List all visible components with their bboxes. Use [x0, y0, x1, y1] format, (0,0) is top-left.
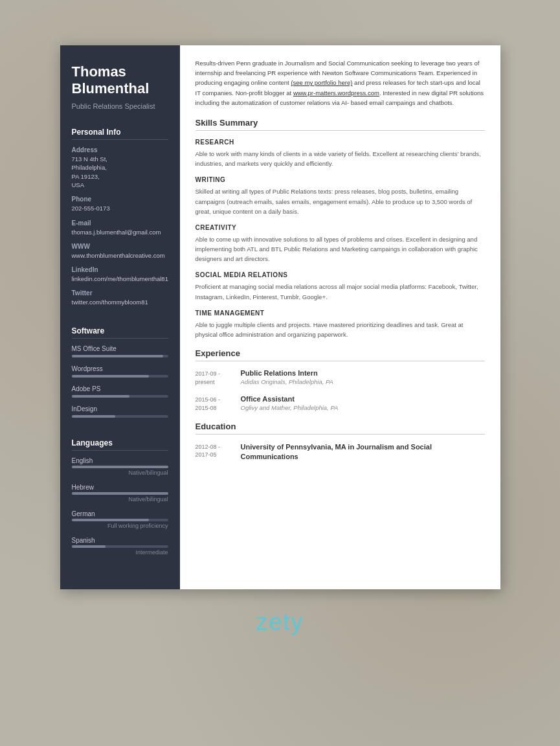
blog-link[interactable]: www.pr-matters.wordpress.com — [293, 89, 379, 96]
linkedin-value: linkedin.com/me/thomblumenthal81 — [72, 275, 168, 283]
language-bar-bg — [72, 492, 168, 495]
twitter-item: Twitter twitter.com/thommybloom81 — [72, 289, 168, 306]
skill-subsection: RESEARCH Able to work with many kinds of… — [196, 139, 485, 168]
languages-section: Languages English Native/bilingual Hebre… — [60, 432, 180, 570]
experience-item: 2017-09 -present Public Relations Intern… — [196, 369, 485, 386]
skill-subsection: TIME MANAGEMENT Able to juggle multiple … — [196, 310, 485, 339]
personal-info-label: Personal Info — [72, 128, 168, 140]
candidate-title: Public Relations Specialist — [72, 102, 168, 111]
experience-container: 2017-09 -present Public Relations Intern… — [196, 369, 485, 412]
language-name: Hebrew — [72, 484, 168, 491]
software-name: Adobe PS — [72, 385, 168, 392]
software-bar-fill — [72, 415, 115, 418]
software-bar-fill — [72, 395, 129, 398]
sidebar: Thomas Blumenthal Public Relations Speci… — [60, 45, 180, 589]
education-item: 2012-08 -2017-05 University of Pennsylva… — [196, 442, 485, 462]
skill-desc: Able to juggle multiple clients and proj… — [196, 320, 485, 339]
zety-logo: zety — [256, 609, 304, 636]
skill-desc: Able to come up with innovative solution… — [196, 234, 485, 264]
software-bar-fill — [72, 355, 164, 357]
software-bar-bg — [72, 355, 168, 357]
exp-date: 2017-09 -present — [196, 369, 241, 386]
phone-label: Phone — [72, 196, 168, 203]
language-bar-fill — [72, 545, 106, 548]
skill-header: RESEARCH — [196, 139, 485, 146]
www-label: WWW — [72, 243, 168, 250]
linkedin-label: LinkedIn — [72, 266, 168, 273]
language-bar-fill — [72, 519, 149, 521]
sidebar-header: Thomas Blumenthal Public Relations Speci… — [60, 45, 180, 121]
skill-desc: Skilled at writing all types of Public R… — [196, 186, 485, 216]
software-section: Software MS Office Suite Wordpress Adobe… — [60, 320, 180, 432]
exp-title: Public Relations Intern — [241, 369, 485, 377]
software-label: Software — [72, 326, 168, 339]
www-value: www.thomblumenthalcreative.com — [72, 251, 168, 260]
software-name: InDesign — [72, 405, 168, 413]
phone-value: 202-555-0173 — [72, 204, 168, 212]
skill-subsection: CREATIVITY Able to come up with innovati… — [196, 224, 485, 264]
edu-date: 2012-08 -2017-05 — [196, 442, 241, 462]
exp-details: Public Relations Intern Adidas Originals… — [241, 369, 485, 386]
language-bar-fill — [72, 492, 168, 495]
edu-degree: University of Pennsylvania, MA in Journa… — [241, 442, 485, 462]
phone-item: Phone 202-555-0173 — [72, 196, 168, 212]
email-value: thomas.j.blumenthal@gmail.com — [72, 228, 168, 236]
software-item: InDesign — [72, 405, 168, 418]
skills-container: RESEARCH Able to work with many kinds of… — [196, 139, 485, 339]
language-name: Spanish — [72, 537, 168, 544]
software-name: Wordpress — [72, 365, 168, 372]
language-items: English Native/bilingual Hebrew Native/b… — [72, 457, 168, 556]
language-item: English Native/bilingual — [72, 457, 168, 476]
exp-company: Oglivy and Mather, Philadelphia, PA — [241, 404, 485, 411]
experience-title: Experience — [196, 348, 485, 361]
main-content: Results-driven Penn graduate in Journali… — [180, 45, 500, 589]
language-level: Native/bilingual — [72, 496, 168, 503]
software-item: Adobe PS — [72, 385, 168, 398]
software-items: MS Office Suite Wordpress Adobe PS InDes… — [72, 345, 168, 418]
language-bar-bg — [72, 466, 168, 468]
skill-header: CREATIVITY — [196, 224, 485, 231]
portfolio-link[interactable]: (see my portfolio here) — [291, 79, 352, 86]
twitter-label: Twitter — [72, 289, 168, 297]
exp-details: Office Assistant Oglivy and Mather, Phil… — [241, 395, 485, 412]
education-title: Education — [196, 422, 485, 435]
edu-details: University of Pennsylvania, MA in Journa… — [241, 442, 485, 462]
software-name: MS Office Suite — [72, 345, 168, 352]
exp-title: Office Assistant — [241, 395, 485, 403]
exp-date: 2015-06 -2015-08 — [196, 395, 241, 412]
email-label: E-mail — [72, 220, 168, 227]
skill-desc: Proficient at managing social media rela… — [196, 282, 485, 301]
email-item: E-mail thomas.j.blumenthal@gmail.com — [72, 220, 168, 236]
language-name: German — [72, 510, 168, 517]
address-label: Address — [72, 146, 168, 153]
languages-label: Languages — [72, 438, 168, 451]
language-bar-bg — [72, 545, 168, 548]
education-container: 2012-08 -2017-05 University of Pennsylva… — [196, 442, 485, 462]
twitter-value: twitter.com/thommybloom81 — [72, 298, 168, 306]
skill-subsection: SOCIAL MEDIA RELATIONS Proficient at man… — [196, 271, 485, 301]
skills-summary-title: Skills Summary — [196, 118, 485, 131]
skill-header: TIME MANAGEMENT — [196, 310, 485, 317]
skill-header: WRITING — [196, 176, 485, 183]
software-item: Wordpress — [72, 365, 168, 378]
language-item: German Full working proficiency — [72, 510, 168, 529]
software-bar-bg — [72, 415, 168, 418]
language-name: English — [72, 457, 168, 464]
software-bar-bg — [72, 395, 168, 398]
personal-info-section: Personal Info Address 713 N 4th St,Phila… — [60, 121, 180, 320]
language-item: Spanish Intermediate — [72, 537, 168, 556]
language-bar-bg — [72, 519, 168, 521]
candidate-name: Thomas Blumenthal — [72, 63, 168, 98]
software-item: MS Office Suite — [72, 345, 168, 357]
skill-header: SOCIAL MEDIA RELATIONS — [196, 271, 485, 278]
www-item: WWW www.thomblumenthalcreative.com — [72, 243, 168, 260]
language-level: Native/bilingual — [72, 469, 168, 476]
language-item: Hebrew Native/bilingual — [72, 484, 168, 503]
experience-item: 2015-06 -2015-08 Office Assistant Oglivy… — [196, 395, 485, 412]
resume-page: Thomas Blumenthal Public Relations Speci… — [60, 45, 500, 589]
language-level: Intermediate — [72, 549, 168, 556]
software-bar-bg — [72, 375, 168, 378]
skill-subsection: WRITING Skilled at writing all types of … — [196, 176, 485, 216]
skill-desc: Able to work with many kinds of clients … — [196, 149, 485, 168]
software-bar-fill — [72, 375, 149, 378]
